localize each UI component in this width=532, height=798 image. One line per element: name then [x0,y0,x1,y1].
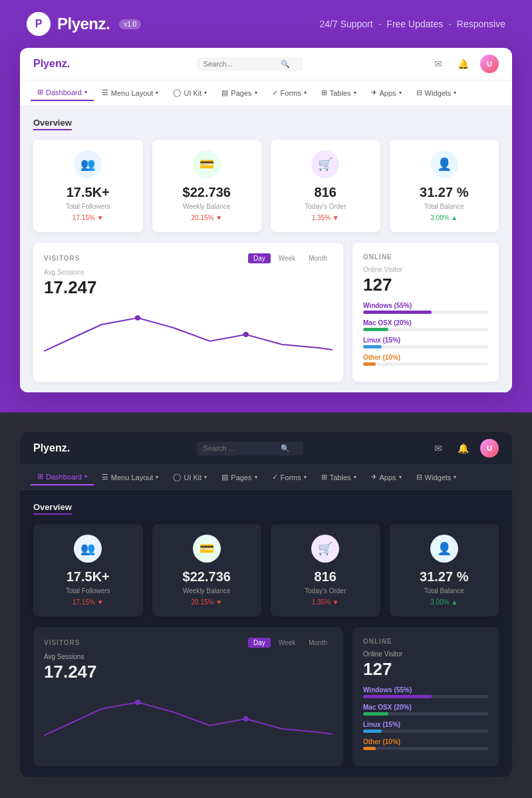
dark-menubar: ⊞ Dashboard ▾ ☰ Menu Layout ▾ ◯ UI Kit ▾… [20,465,512,490]
light-tab-day[interactable]: Day [248,253,271,263]
dark-tables-icon: ⊞ [321,473,327,481]
dark-uikit-icon: ◯ [173,473,181,481]
dark-tab-month[interactable]: Month [303,638,332,648]
dark-menu-layout[interactable]: ☰ Menu Layout ▾ [95,469,166,485]
light-nav-icons: ✉ 🔔 U [430,55,499,73]
dark-menu-dashboard[interactable]: ⊞ Dashboard ▾ [31,469,94,485]
light-avatar[interactable]: U [480,55,499,73]
light-menu-dashboard[interactable]: ⊞ Dashboard ▾ [31,84,94,101]
dark-menu-pages[interactable]: ▤ Pages ▾ [215,469,263,485]
dark-menu-widgets[interactable]: ⊟ Widgets ▾ [410,469,464,485]
light-menu-pages[interactable]: ▤ Pages ▾ [215,85,263,100]
light-progress-bars: Windows (55%) Mac OSX (20%) Linux (15%) [363,302,488,366]
tables-arrow: ▾ [354,90,356,96]
dark-online-panel: ONLINE Online Visitor 127 Windows (55%) … [352,627,499,766]
light-stat-balance: 💳 $22.736 Weekly Balance 20.15% ▼ [152,140,262,232]
brand-name: Plyenz. [57,15,110,33]
dark-bell-icon[interactable]: 🔔 [455,440,472,457]
total-icon: 👤 [430,150,458,178]
dark-chart [44,689,332,742]
light-main: Overview 👥 17.5K+ Total Followers 17.15%… [20,106,512,392]
responsive-link[interactable]: Responsive [457,19,505,29]
dark-pages-arrow: ▾ [255,474,257,480]
dark-menu-forms[interactable]: ✓ Forms ▾ [265,469,313,485]
apps-icon: ✈ [371,88,377,97]
dark-visitors-panel: VISITORS Day Week Month Avg Sessions 17.… [33,627,343,766]
dark-tab-day[interactable]: Day [248,638,271,648]
layout-icon: ☰ [102,88,108,97]
light-chart [44,305,332,358]
light-tab-week[interactable]: Week [273,253,301,263]
dark-followers-label: Total Followers [44,587,132,595]
dark-stat-total: 👤 31.27 % Total Balance 3.00% ▲ [390,524,499,616]
svg-point-3 [243,716,249,722]
light-stat-order: 🛒 816 Today's Order 1.35% ▼ [271,140,380,232]
apps-arrow: ▾ [399,90,402,96]
light-bar-mac-bg [363,328,488,331]
dark-navbar: Plyenz. 🔍 ✉ 🔔 U [20,432,512,465]
uikit-icon: ◯ [173,88,181,97]
dark-order-change: 1.35% ▼ [281,598,370,606]
dark-bar-mac-bg [363,712,488,716]
light-bar-linux: Linux (15%) [363,336,488,348]
pages-arrow: ▾ [255,90,257,96]
light-bar-mac: Mac OSX (20%) [363,319,488,331]
sep2: - [448,19,452,29]
svg-point-0 [135,315,141,321]
light-menu-tables[interactable]: ⊞ Tables ▾ [315,85,363,100]
light-bar-windows: Windows (55%) [363,302,488,314]
dark-search-box[interactable]: 🔍 [197,442,303,456]
dark-bar-linux: Linux (15%) [363,721,488,733]
light-menu-forms[interactable]: ✓ Forms ▾ [265,85,313,100]
order-value: 816 [281,185,370,200]
dark-progress-bars: Windows (55%) Mac OSX (20%) [363,686,488,750]
support-link[interactable]: 24/7 Support [320,19,373,29]
dark-online-header: ONLINE [363,638,488,645]
light-search-input[interactable] [203,60,277,68]
dark-stat-balance: 💳 $22.736 Weekly Balance 20.15% ▼ [152,524,262,616]
light-mail-icon[interactable]: ✉ [430,55,447,72]
light-visitor-label: Online Visitor [363,266,488,273]
dark-avatar[interactable]: U [480,439,499,458]
light-bar-other-bg [363,362,488,366]
dark-stat-cards: 👥 17.5K+ Total Followers 17.15% ▼ 💳 $22.… [33,524,499,616]
light-menu-widgets[interactable]: ⊟ Widgets ▾ [410,85,464,100]
sep1: - [378,19,382,29]
dark-stat-followers: 👥 17.5K+ Total Followers 17.15% ▼ [33,524,143,616]
dark-apps-arrow: ▾ [399,474,402,480]
dark-tab-week[interactable]: Week [273,638,301,648]
light-stat-followers: 👥 17.5K+ Total Followers 17.15% ▼ [33,140,143,232]
dark-bar-linux-label: Linux (15%) [363,721,488,728]
dark-bar-mac-fill [363,712,388,716]
free-updates-link[interactable]: Free Updates [386,19,443,29]
dark-followers-icon: 👥 [74,535,102,563]
dark-bar-windows-fill [363,695,432,698]
dark-search-input[interactable] [203,444,277,452]
dark-dashboard-grid-icon: ⊞ [37,472,43,481]
light-menu-apps[interactable]: ✈ Apps ▾ [364,85,408,100]
dark-balance-label: Weekly Balance [163,587,251,595]
dark-order-label: Today's Order [281,587,370,595]
forms-icon: ✓ [272,88,278,97]
dark-bar-linux-fill [363,730,382,733]
dark-menu-uikit[interactable]: ◯ UI Kit ▾ [166,469,213,485]
dark-mail-icon[interactable]: ✉ [430,440,447,457]
dark-widgets-icon: ⊟ [416,473,422,481]
dark-menu-apps[interactable]: ✈ Apps ▾ [364,469,408,485]
light-tab-month[interactable]: Month [303,253,332,263]
total-label: Total Balance [400,203,489,210]
svg-point-1 [243,332,249,337]
light-bar-other-label: Other (10%) [363,354,488,361]
light-menu-uikit[interactable]: ◯ UI Kit ▾ [166,85,213,100]
total-change: 3.00% ▲ [400,214,489,221]
light-bell-icon[interactable]: 🔔 [455,55,472,72]
light-bar-other-fill [363,362,376,366]
light-menu-layout[interactable]: ☰ Menu Layout ▾ [95,85,166,100]
dark-visitors-header: VISITORS Day Week Month [44,638,332,648]
balance-icon: 💳 [193,150,221,178]
dark-menu-tables[interactable]: ⊞ Tables ▾ [315,469,363,485]
dark-avg-value: 17.247 [44,662,332,682]
dark-tables-arrow: ▾ [354,474,356,480]
light-nav-logo-area: Plyenz. [33,58,70,70]
light-search-box[interactable]: 🔍 [197,57,303,71]
